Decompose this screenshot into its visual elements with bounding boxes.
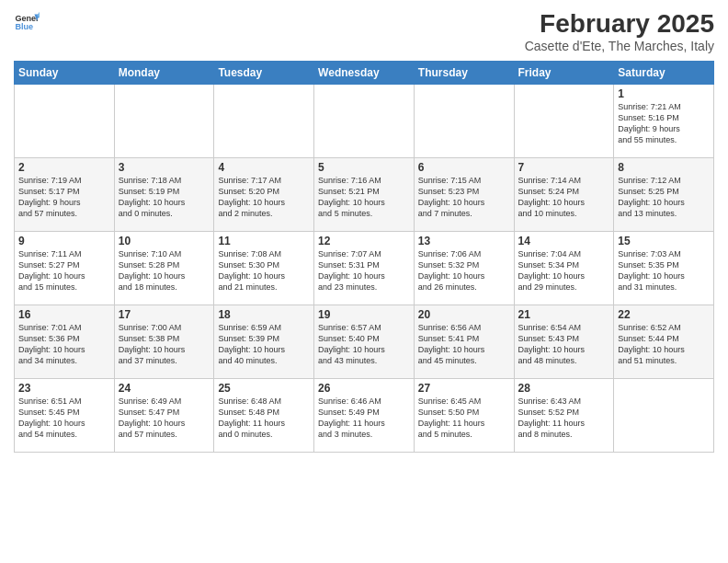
day-number: 18 [218,308,310,321]
day-info: Sunrise: 7:19 AM Sunset: 5:17 PM Dayligh… [18,175,110,220]
calendar-cell: 20Sunrise: 6:56 AM Sunset: 5:41 PM Dayli… [414,305,514,379]
day-number: 8 [618,161,710,174]
day-info: Sunrise: 6:57 AM Sunset: 5:40 PM Dayligh… [318,322,410,367]
day-number: 9 [18,235,110,247]
day-number: 24 [119,382,210,395]
calendar-cell [514,85,614,158]
calendar-cell: 21Sunrise: 6:54 AM Sunset: 5:43 PM Dayli… [514,305,614,379]
calendar: Sunday Monday Tuesday Wednesday Thursday… [14,61,714,453]
calendar-cell: 18Sunrise: 6:59 AM Sunset: 5:39 PM Dayli… [214,305,314,379]
calendar-cell: 11Sunrise: 7:08 AM Sunset: 5:30 PM Dayli… [214,232,314,305]
day-number: 17 [119,308,210,321]
calendar-cell: 3Sunrise: 7:18 AM Sunset: 5:19 PM Daylig… [114,158,214,232]
day-number: 7 [518,161,610,174]
day-number: 22 [618,308,710,321]
day-number: 20 [418,308,510,321]
calendar-cell: 7Sunrise: 7:14 AM Sunset: 5:24 PM Daylig… [514,158,614,232]
svg-text:Blue: Blue [15,22,33,31]
day-number: 10 [119,235,210,247]
calendar-cell: 13Sunrise: 7:06 AM Sunset: 5:32 PM Dayli… [414,232,514,305]
day-number: 16 [18,308,110,321]
calendar-cell [15,85,115,158]
day-number: 4 [218,161,310,174]
day-info: Sunrise: 7:10 AM Sunset: 5:28 PM Dayligh… [119,248,210,293]
calendar-cell: 4Sunrise: 7:17 AM Sunset: 5:20 PM Daylig… [214,158,314,232]
day-number: 12 [318,235,410,247]
calendar-cell: 17Sunrise: 7:00 AM Sunset: 5:38 PM Dayli… [114,305,214,379]
day-number: 6 [418,161,510,174]
calendar-cell: 5Sunrise: 7:16 AM Sunset: 5:21 PM Daylig… [314,158,415,232]
day-number: 11 [218,235,310,247]
day-number: 15 [618,235,710,247]
calendar-cell [214,85,314,158]
day-number: 3 [119,161,210,174]
day-info: Sunrise: 7:12 AM Sunset: 5:25 PM Dayligh… [618,175,710,220]
day-info: Sunrise: 7:16 AM Sunset: 5:21 PM Dayligh… [318,175,410,220]
calendar-cell: 27Sunrise: 6:45 AM Sunset: 5:50 PM Dayli… [414,379,514,453]
day-number: 26 [318,382,410,395]
day-number: 5 [318,161,410,174]
calendar-cell: 24Sunrise: 6:49 AM Sunset: 5:47 PM Dayli… [114,379,214,453]
day-number: 27 [418,382,510,395]
calendar-cell [414,85,514,158]
subtitle: Casette d'Ete, The Marches, Italy [525,39,714,53]
title-block: February 2025 Casette d'Ete, The Marches… [525,9,714,53]
day-number: 21 [518,308,610,321]
calendar-cell: 26Sunrise: 6:46 AM Sunset: 5:49 PM Dayli… [314,379,415,453]
day-info: Sunrise: 6:43 AM Sunset: 5:52 PM Dayligh… [518,396,610,441]
day-number: 1 [618,87,710,100]
day-info: Sunrise: 7:11 AM Sunset: 5:27 PM Dayligh… [18,248,110,293]
day-number: 2 [18,161,110,174]
day-info: Sunrise: 6:45 AM Sunset: 5:50 PM Dayligh… [418,396,510,441]
calendar-week-3: 16Sunrise: 7:01 AM Sunset: 5:36 PM Dayli… [15,305,714,379]
calendar-cell: 6Sunrise: 7:15 AM Sunset: 5:23 PM Daylig… [414,158,514,232]
calendar-cell [114,85,214,158]
day-info: Sunrise: 6:54 AM Sunset: 5:43 PM Dayligh… [518,322,610,367]
calendar-cell: 19Sunrise: 6:57 AM Sunset: 5:40 PM Dayli… [314,305,415,379]
logo: General Blue [14,9,40,35]
day-number: 23 [18,382,110,395]
calendar-cell: 16Sunrise: 7:01 AM Sunset: 5:36 PM Dayli… [15,305,115,379]
day-info: Sunrise: 7:06 AM Sunset: 5:32 PM Dayligh… [418,248,510,293]
col-thursday: Thursday [414,62,514,85]
calendar-cell: 10Sunrise: 7:10 AM Sunset: 5:28 PM Dayli… [114,232,214,305]
day-info: Sunrise: 6:49 AM Sunset: 5:47 PM Dayligh… [119,396,210,441]
day-info: Sunrise: 7:00 AM Sunset: 5:38 PM Dayligh… [119,322,210,367]
calendar-cell: 12Sunrise: 7:07 AM Sunset: 5:31 PM Dayli… [314,232,415,305]
day-info: Sunrise: 6:52 AM Sunset: 5:44 PM Dayligh… [618,322,710,367]
col-saturday: Saturday [614,62,714,85]
calendar-cell: 9Sunrise: 7:11 AM Sunset: 5:27 PM Daylig… [15,232,115,305]
day-info: Sunrise: 7:03 AM Sunset: 5:35 PM Dayligh… [618,248,710,293]
main-title: February 2025 [525,9,714,39]
col-wednesday: Wednesday [314,62,415,85]
calendar-week-4: 23Sunrise: 6:51 AM Sunset: 5:45 PM Dayli… [15,379,714,453]
col-sunday: Sunday [15,62,115,85]
day-info: Sunrise: 6:46 AM Sunset: 5:49 PM Dayligh… [318,396,410,441]
day-number: 28 [518,382,610,395]
day-number: 25 [218,382,310,395]
day-info: Sunrise: 6:56 AM Sunset: 5:41 PM Dayligh… [418,322,510,367]
calendar-cell [614,379,714,453]
calendar-week-1: 2Sunrise: 7:19 AM Sunset: 5:17 PM Daylig… [15,158,714,232]
calendar-cell: 2Sunrise: 7:19 AM Sunset: 5:17 PM Daylig… [15,158,115,232]
calendar-cell: 23Sunrise: 6:51 AM Sunset: 5:45 PM Dayli… [15,379,115,453]
calendar-cell [314,85,415,158]
page: General Blue February 2025 Casette d'Ete… [0,0,728,563]
calendar-week-0: 1Sunrise: 7:21 AM Sunset: 5:16 PM Daylig… [15,85,714,158]
calendar-cell: 25Sunrise: 6:48 AM Sunset: 5:48 PM Dayli… [214,379,314,453]
col-tuesday: Tuesday [214,62,314,85]
day-info: Sunrise: 7:14 AM Sunset: 5:24 PM Dayligh… [518,175,610,220]
calendar-header-row: Sunday Monday Tuesday Wednesday Thursday… [15,62,714,85]
day-info: Sunrise: 7:18 AM Sunset: 5:19 PM Dayligh… [119,175,210,220]
header: General Blue February 2025 Casette d'Ete… [14,9,714,53]
day-number: 13 [418,235,510,247]
day-number: 14 [518,235,610,247]
day-info: Sunrise: 6:48 AM Sunset: 5:48 PM Dayligh… [218,396,310,441]
calendar-cell: 15Sunrise: 7:03 AM Sunset: 5:35 PM Dayli… [614,232,714,305]
day-info: Sunrise: 6:59 AM Sunset: 5:39 PM Dayligh… [218,322,310,367]
day-number: 19 [318,308,410,321]
day-info: Sunrise: 7:08 AM Sunset: 5:30 PM Dayligh… [218,248,310,293]
calendar-cell: 14Sunrise: 7:04 AM Sunset: 5:34 PM Dayli… [514,232,614,305]
calendar-week-2: 9Sunrise: 7:11 AM Sunset: 5:27 PM Daylig… [15,232,714,305]
calendar-cell: 1Sunrise: 7:21 AM Sunset: 5:16 PM Daylig… [614,85,714,158]
